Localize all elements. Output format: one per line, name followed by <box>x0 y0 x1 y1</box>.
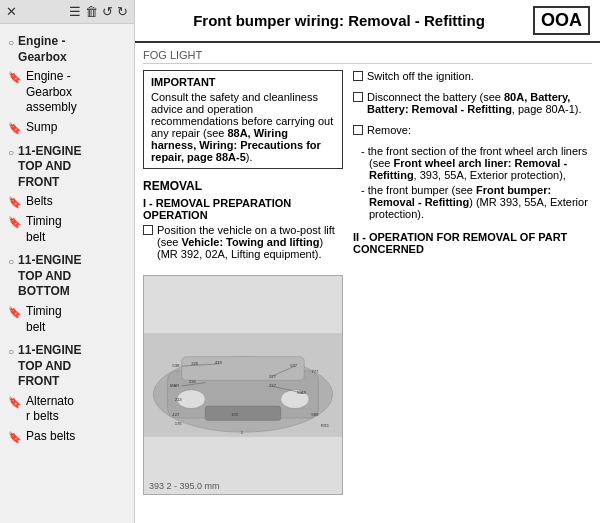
removal-section: REMOVAL I - REMOVAL PREPARATION OPERATIO… <box>143 179 343 263</box>
main-body: FOG LIGHT IMPORTANT Consult the safety a… <box>135 43 600 523</box>
sidebar-item-label: 11-ENGINETOP ANDFRONT <box>18 343 126 390</box>
sidebar-item-timing-belt-1[interactable]: 🔖 Timingbelt <box>0 212 134 247</box>
bookmark-icon: 🔖 <box>8 215 22 229</box>
sidebar-item-label: Belts <box>26 194 126 210</box>
svg-text:R33: R33 <box>321 423 329 428</box>
sidebar-action-icons: ☰ 🗑 ↺ ↻ <box>69 4 128 19</box>
removal-title: REMOVAL <box>143 179 343 193</box>
important-body: Consult the safety and cleanliness advic… <box>151 91 335 163</box>
removal-step-1-text: Position the vehicle on a two-post lift … <box>157 224 343 260</box>
page-header: Front bumper wiring: Removal - Refitting… <box>135 0 600 43</box>
removal-step-1: Position the vehicle on a two-post lift … <box>143 224 343 260</box>
bullet-icon: ○ <box>8 255 14 268</box>
sidebar-item-label: Alternator belts <box>26 394 126 425</box>
remove-item-1: the front section of the front wheel arc… <box>361 145 592 181</box>
sidebar-item-belts[interactable]: 🔖 Belts <box>0 192 134 212</box>
remove-item-2: the front bumper (see Front bumper: Remo… <box>361 184 592 220</box>
disconnect-text: Disconnect the battery (see 80A, Battery… <box>367 91 592 115</box>
sub-section-i-title: I - REMOVAL PREPARATION OPERATION <box>143 197 343 221</box>
sidebar-item-engine-gearbox[interactable]: ○ Engine -Gearbox <box>0 32 134 67</box>
sidebar-item-label: Sump <box>26 120 126 136</box>
sidebar-item-11-engine-top-bottom[interactable]: ○ 11-ENGINETOP ANDBOTTOM <box>0 251 134 302</box>
sidebar-item-sump[interactable]: 🔖 Sump <box>0 118 134 138</box>
svg-text:MAR: MAR <box>170 383 179 388</box>
bullet-icon: ○ <box>8 36 14 49</box>
content-columns: IMPORTANT Consult the safety and cleanli… <box>143 70 592 517</box>
sidebar-item-alternator-belts[interactable]: 🔖 Alternator belts <box>0 392 134 427</box>
page-title: Front bumper wiring: Removal - Refitting <box>145 12 533 29</box>
diagram-bottom-note: 393 2 - 395.0 mm <box>149 481 220 491</box>
sidebar-item-label: Pas belts <box>26 429 126 445</box>
checkbox-icon <box>353 71 363 81</box>
checkbox-icon <box>353 125 363 135</box>
delete-icon[interactable]: 🗑 <box>85 4 98 19</box>
bookmark-icon: 🔖 <box>8 70 22 84</box>
svg-text:537: 537 <box>290 363 298 368</box>
sidebar-list: ○ Engine -Gearbox 🔖 Engine -Gearboxassem… <box>0 24 134 523</box>
sidebar: ✕ ☰ 🗑 ↺ ↻ ○ Engine -Gearbox 🔖 Engine -Ge… <box>0 0 135 523</box>
sidebar-item-pas-belts[interactable]: 🔖 Pas belts <box>0 427 134 447</box>
sidebar-item-label: Timingbelt <box>26 214 126 245</box>
bullet-icon: ○ <box>8 345 14 358</box>
sidebar-item-11-engine-top-front[interactable]: ○ 11-ENGINETOP ANDFRONT <box>0 142 134 193</box>
disconnect-battery-item: Disconnect the battery (see 80A, Battery… <box>353 91 592 115</box>
switch-off-text: Switch off the ignition. <box>367 70 474 82</box>
left-column: IMPORTANT Consult the safety and cleanli… <box>143 70 343 517</box>
bullet-icon: ○ <box>8 146 14 159</box>
diagram-svg: 538 226 438 MAR 226 105 213 427 176 227 … <box>144 276 342 494</box>
svg-text:226: 226 <box>189 379 197 384</box>
important-box: IMPORTANT Consult the safety and cleanli… <box>143 70 343 169</box>
svg-text:105: 105 <box>231 412 239 417</box>
redo-icon[interactable]: ↻ <box>117 4 128 19</box>
svg-text:213: 213 <box>175 398 183 403</box>
right-column: Switch off the ignition. Disconnect the … <box>353 70 592 517</box>
svg-text:227: 227 <box>269 383 277 388</box>
remove-list: the front section of the front wheel arc… <box>353 145 592 223</box>
svg-text:427: 427 <box>172 412 180 417</box>
bookmark-icon: 🔖 <box>8 395 22 409</box>
page-number: OOA <box>533 6 590 35</box>
list-icon[interactable]: ☰ <box>69 4 81 19</box>
sidebar-item-timing-belt-2[interactable]: 🔖 Timingbelt <box>0 302 134 337</box>
bookmark-icon: 🔖 <box>8 430 22 444</box>
svg-text:777: 777 <box>311 369 319 374</box>
fog-light-label: FOG LIGHT <box>143 49 592 64</box>
wiring-diagram: 538 226 438 MAR 226 105 213 427 176 227 … <box>143 275 343 495</box>
bookmark-icon: 🔖 <box>8 305 22 319</box>
undo-icon[interactable]: ↺ <box>102 4 113 19</box>
sidebar-item-engine-gearbox-assembly[interactable]: 🔖 Engine -Gearboxassembly <box>0 67 134 118</box>
sidebar-item-label: 11-ENGINETOP ANDFRONT <box>18 144 126 191</box>
switch-off-item: Switch off the ignition. <box>353 70 592 82</box>
sidebar-item-label: Timingbelt <box>26 304 126 335</box>
svg-text:989: 989 <box>311 412 319 417</box>
sidebar-toolbar: ✕ ☰ 🗑 ↺ ↻ <box>0 0 134 24</box>
bookmark-icon: 🔖 <box>8 195 22 209</box>
sidebar-item-label: 11-ENGINETOP ANDBOTTOM <box>18 253 126 300</box>
important-title: IMPORTANT <box>151 76 335 88</box>
checkbox-icon <box>353 92 363 102</box>
main-content: Front bumper wiring: Removal - Refitting… <box>135 0 600 523</box>
svg-text:176: 176 <box>175 421 183 426</box>
sidebar-item-label: Engine -Gearboxassembly <box>26 69 126 116</box>
sidebar-item-11-engine-top-front-2[interactable]: ○ 11-ENGINETOP ANDFRONT <box>0 341 134 392</box>
sidebar-icons: ✕ <box>6 4 17 19</box>
svg-rect-4 <box>205 406 280 420</box>
checkbox-icon <box>143 225 153 235</box>
remove-label: Remove: <box>367 124 411 136</box>
svg-rect-3 <box>182 357 305 381</box>
sidebar-item-label: Engine -Gearbox <box>18 34 126 65</box>
section-ii-title: II - OPERATION FOR REMOVAL OF PART CONCE… <box>353 231 592 255</box>
bookmark-icon: 🔖 <box>8 121 22 135</box>
svg-text:538: 538 <box>172 363 180 368</box>
close-icon[interactable]: ✕ <box>6 4 17 19</box>
remove-label-item: Remove: <box>353 124 592 136</box>
